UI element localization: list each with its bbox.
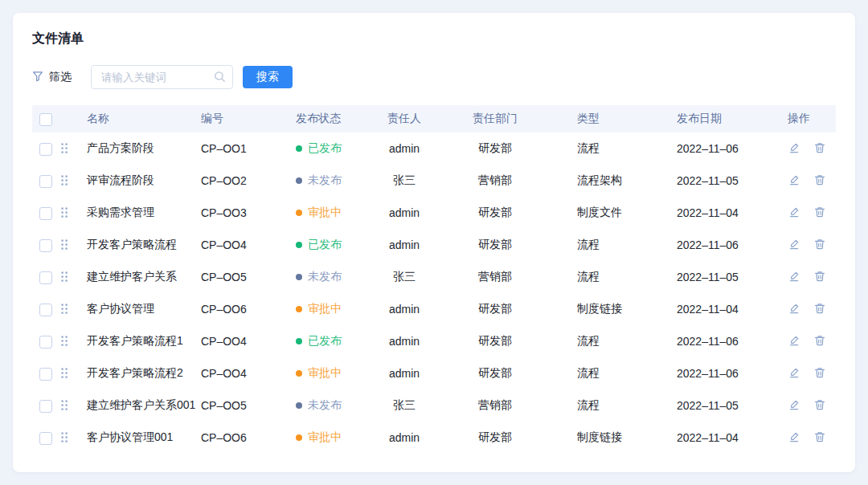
- edit-button[interactable]: [788, 302, 800, 317]
- edit-button[interactable]: [788, 206, 800, 221]
- delete-button[interactable]: [813, 334, 826, 349]
- edit-button[interactable]: [788, 270, 800, 285]
- delete-button[interactable]: [813, 398, 826, 414]
- edit-pencil-icon: [788, 430, 800, 446]
- row-checkbox[interactable]: [39, 175, 52, 188]
- row-checkbox[interactable]: [39, 239, 52, 252]
- drag-handle-icon[interactable]: [59, 270, 70, 283]
- cell-type: 流程: [542, 229, 674, 261]
- status-label: 已发布: [308, 238, 342, 252]
- table-row: 采购需求管理CP–OO3审批中admin研发部制度文件2022–11–04: [32, 197, 836, 229]
- trash-icon: [813, 430, 826, 446]
- edit-button[interactable]: [788, 430, 800, 446]
- cell-code: CP–OO5: [198, 261, 293, 293]
- drag-handle-icon[interactable]: [59, 141, 70, 155]
- filter-funnel-icon: [32, 71, 43, 84]
- cell-date: 2022–11–04: [674, 197, 786, 229]
- table-row: 产品方案阶段CP–OO1已发布admin研发部流程2022–11–06: [32, 132, 836, 165]
- search-icon: [214, 71, 226, 85]
- table-header: 名称 编号 发布状态 责任人 责任部门 类型 发布日期 操作: [32, 105, 836, 132]
- trash-icon: [813, 302, 826, 317]
- status-label: 审批中: [308, 430, 342, 445]
- delete-button[interactable]: [813, 206, 826, 221]
- row-checkbox[interactable]: [39, 400, 52, 413]
- trash-icon: [813, 398, 826, 414]
- cell-department: 研发部: [448, 325, 542, 357]
- edit-button[interactable]: [788, 238, 800, 253]
- column-header-department: 责任部门: [448, 105, 542, 132]
- cell-owner: admin: [360, 325, 448, 357]
- cell-name: 客户协议管理: [84, 293, 198, 325]
- delete-button[interactable]: [813, 173, 826, 189]
- row-checkbox[interactable]: [39, 304, 52, 316]
- cell-department: 营销部: [448, 389, 542, 422]
- cell-date: 2022–11–06: [674, 325, 786, 357]
- status-badge: 已发布: [296, 238, 342, 252]
- status-badge: 审批中: [296, 430, 342, 445]
- drag-handle-icon[interactable]: [59, 173, 70, 187]
- cell-department: 研发部: [448, 422, 542, 454]
- drag-handle-icon[interactable]: [59, 206, 70, 219]
- edit-button[interactable]: [788, 398, 800, 414]
- cell-code: CP–OO2: [198, 165, 293, 197]
- drag-handle-icon[interactable]: [59, 302, 70, 316]
- cell-owner: admin: [360, 132, 448, 165]
- row-checkbox[interactable]: [39, 368, 52, 381]
- cell-owner: 张三: [360, 165, 448, 197]
- cell-date: 2022–11–05: [674, 261, 786, 293]
- cell-name: 客户协议管理001: [84, 422, 198, 454]
- status-label: 已发布: [308, 334, 342, 348]
- row-checkbox[interactable]: [39, 432, 52, 445]
- cell-code: CP–OO6: [198, 422, 293, 454]
- cell-name: 开发客户策略流程: [84, 229, 198, 261]
- table-row: 建立维护客户关系CP–OO5未发布张三营销部流程2022–11–05: [32, 261, 836, 293]
- file-list-card: 文件清单 筛选 搜索: [13, 13, 855, 472]
- column-header-code: 编号: [198, 105, 293, 132]
- delete-button[interactable]: [813, 430, 826, 446]
- drag-handle-icon[interactable]: [59, 334, 70, 348]
- trash-icon: [813, 334, 826, 349]
- row-checkbox[interactable]: [39, 271, 52, 284]
- trash-icon: [813, 366, 826, 381]
- status-label: 审批中: [308, 206, 342, 220]
- cell-type: 制度链接: [542, 422, 674, 454]
- filter-button[interactable]: 筛选: [32, 70, 72, 84]
- table-row: 评审流程阶段CP–OO2未发布张三营销部流程架构2022–11–05: [32, 165, 836, 197]
- cell-type: 流程: [542, 261, 674, 293]
- edit-pencil-icon: [788, 334, 800, 349]
- search-button[interactable]: 搜索: [243, 66, 293, 88]
- trash-icon: [813, 206, 826, 221]
- cell-name: 评审流程阶段: [84, 165, 198, 197]
- edit-button[interactable]: [788, 141, 800, 157]
- delete-button[interactable]: [813, 238, 826, 253]
- cell-type: 流程: [542, 357, 674, 389]
- drag-handle-icon[interactable]: [59, 238, 70, 251]
- delete-button[interactable]: [813, 270, 826, 285]
- row-checkbox[interactable]: [39, 143, 52, 156]
- status-dot-icon: [296, 177, 302, 184]
- status-label: 审批中: [308, 366, 342, 381]
- row-checkbox[interactable]: [39, 336, 52, 348]
- delete-button[interactable]: [813, 302, 826, 317]
- edit-button[interactable]: [788, 173, 800, 189]
- keyword-input[interactable]: [91, 65, 233, 89]
- drag-handle-icon[interactable]: [59, 366, 70, 380]
- status-badge: 已发布: [296, 141, 342, 156]
- edit-button[interactable]: [788, 366, 800, 381]
- status-dot-icon: [296, 402, 302, 409]
- status-label: 审批中: [308, 302, 342, 316]
- status-dot-icon: [296, 338, 302, 344]
- cell-code: CP–OO4: [198, 325, 293, 357]
- delete-button[interactable]: [813, 366, 826, 381]
- status-dot-icon: [296, 306, 302, 312]
- delete-button[interactable]: [813, 141, 826, 157]
- select-all-checkbox[interactable]: [39, 113, 52, 126]
- edit-button[interactable]: [788, 334, 800, 349]
- row-checkbox[interactable]: [39, 207, 52, 220]
- drag-handle-icon[interactable]: [59, 398, 70, 412]
- drag-handle-icon[interactable]: [59, 430, 70, 444]
- status-badge: 审批中: [296, 206, 342, 220]
- table-row: 客户协议管理CP–OO6审批中admin研发部制度链接2022–11–04: [32, 293, 836, 325]
- cell-date: 2022–11–06: [674, 357, 786, 389]
- cell-name: 采购需求管理: [84, 197, 198, 229]
